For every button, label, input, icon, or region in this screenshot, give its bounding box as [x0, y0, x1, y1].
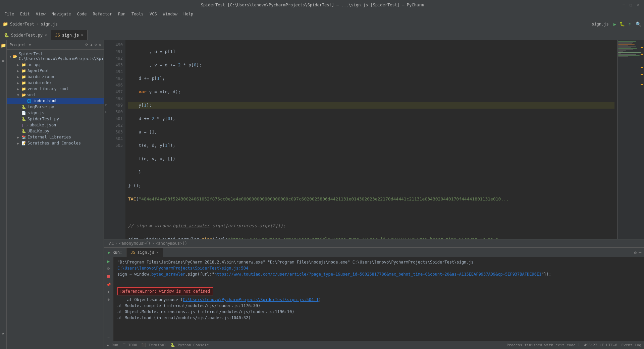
tree-item-external-libs[interactable]: ▶ 📚 External Libraries [7, 134, 104, 140]
code-content[interactable]: , u = p[1] , v = d += 2 * p[0]; d += p[1… [125, 40, 617, 239]
search-everywhere-icon[interactable]: 🔍 [636, 21, 641, 27]
file-index-html-icon: 🌐 [27, 99, 32, 103]
run-bottom-icon[interactable]: ▶ [107, 343, 109, 347]
file-ubaike-json-icon: { } [21, 123, 28, 127]
maximize-button[interactable]: □ [629, 3, 633, 7]
run-output[interactable]: "D:\Program Files\JetBrains\PyCharm 2018… [113, 257, 644, 341]
tree-item-index-html[interactable]: ▶ 🌐 index.html [7, 98, 104, 104]
run-config-label: sign.js [592, 22, 609, 26]
run-tab-bar: ▶ Run: JS sign.js ✕ ⚙ ─ [104, 248, 644, 257]
tree-root[interactable]: ▼ 📂 SpiderTest C:\Users\lenovo\PycharmPr… [7, 51, 104, 62]
run-button[interactable]: ▶ [613, 21, 616, 27]
code-editor[interactable]: ◻ ◻ 490 491 492 493 494 495 496 497 498 … [104, 40, 644, 239]
collapse-icon[interactable]: ▲ [90, 43, 93, 47]
tree-label-ubaike-json: ubaike.json [30, 123, 56, 127]
folder-root-icon: 📂 [13, 54, 17, 59]
tree-item-scratches[interactable]: ▶ 📝 Scratches and Consoles [7, 140, 104, 146]
coverage-button[interactable]: ☂ [628, 21, 631, 26]
nav-toolbar: 📁 SpiderTest › sign.js sign.js ▶ 🐛 ☂ 🔍 [0, 18, 644, 30]
menu-view[interactable]: View [33, 11, 48, 17]
tree-item-ac-qq[interactable]: ▶ 📁 ac_qq [7, 62, 104, 68]
run-trace-4: at Module.load (internal/modules/cjs/loa… [117, 315, 640, 321]
run-url-link[interactable]: https://www.toutiao.com/c/user/article/?… [214, 272, 541, 277]
close-button[interactable]: ✕ [636, 3, 641, 7]
tree-item-spidertest-py[interactable]: 🐍 SpiderTest.py [7, 116, 104, 122]
tree-item-logparse[interactable]: 🐍 LogParse.py [7, 104, 104, 110]
menu-help[interactable]: Help [181, 11, 196, 17]
project-icon[interactable]: 📁 [1, 43, 6, 48]
menu-tools[interactable]: Tools [129, 11, 146, 17]
gutter: ◻ ◻ [104, 40, 109, 239]
run-rerun-icon[interactable]: ⟳ [106, 266, 111, 271]
tree-label-ubaike-py: UBaiKe.py [28, 129, 49, 133]
run-stop-icon[interactable]: ■ [106, 273, 111, 279]
terminal-icon: ⬛ [141, 343, 146, 347]
fold-icon-499[interactable]: ◻ [104, 102, 109, 109]
tree-item-ubaike-json[interactable]: { } ubaike.json [7, 122, 104, 128]
sync-icon[interactable]: ⟳ [85, 43, 88, 47]
menu-refactor[interactable]: Refactor [90, 11, 115, 17]
todo-icon: ☰ [122, 343, 126, 347]
run-scroll-icon[interactable]: ⬇ [106, 289, 111, 295]
menu-file[interactable]: File [2, 11, 17, 17]
tree-arrow-baidu-zixun: ▶ [16, 75, 20, 79]
run-byted-link[interactable]: byted_acrawler [151, 272, 185, 277]
tree-item-baidu-zixun[interactable]: ▶ 📁 baidu_zixun [7, 74, 104, 80]
python-console-label[interactable]: Python Console [178, 343, 209, 347]
run-trace-2: at Module._compile (internal/modules/cjs… [117, 303, 640, 309]
run-play-icon[interactable]: ▶ [106, 258, 111, 264]
run-cmd-text: "D:\Program Files\JetBrains\PyCharm 2018… [117, 260, 474, 265]
run-tab-close[interactable]: ✕ [156, 250, 159, 254]
event-log-label[interactable]: Event Log [621, 343, 641, 347]
tree-item-wrd[interactable]: ▼ 📂 wrd [7, 92, 104, 98]
menu-vcs[interactable]: VCS [147, 11, 160, 17]
menu-window[interactable]: Window [160, 11, 180, 17]
tree-item-sign-js[interactable]: 📄 sign.js [7, 110, 104, 116]
tab-spidertest-py[interactable]: 🐍 SpiderTest.py ✕ [0, 30, 51, 40]
tab-spidertest-py-close[interactable]: ✕ [45, 33, 47, 37]
tree-item-baiduindex[interactable]: ▶ 📁 baiduindex [7, 80, 104, 86]
tab-sign-js-close[interactable]: ✕ [81, 33, 84, 37]
close-sidebar-icon[interactable]: ✕ [99, 43, 101, 47]
run-file-link[interactable]: C:\Users\lenovo\PycharmProjects\SpiderTe… [117, 266, 248, 271]
tree-item-agentpool[interactable]: ▶ 📁 AgentPool [7, 68, 104, 74]
editor-scrollbar[interactable] [617, 40, 644, 239]
menu-edit[interactable]: Edit [17, 11, 33, 17]
tab-sign-js[interactable]: JS sign.js ✕ [51, 30, 88, 40]
todo-label[interactable]: TODO [128, 343, 138, 347]
terminal-label[interactable]: Terminal [149, 343, 166, 347]
run-pin-icon[interactable]: 📌 [106, 282, 111, 287]
structure-icon[interactable]: ≡ [2, 58, 5, 63]
tree-item-venv[interactable]: ▶ 📁 venv library root [7, 86, 104, 92]
scroll-marker-1 [641, 47, 643, 48]
run-settings2-icon[interactable]: ⚙ [106, 297, 111, 302]
main-layout: 📁 ≡ ★ Project ▾ ⟳ ▲ ⚙ ✕ ▼ 📂 SpiderTest C… [0, 40, 644, 349]
settings-run-icon[interactable]: ⚙ [634, 250, 637, 255]
bottom-bar-right: Process finished with exit code 1 498:23… [507, 343, 642, 347]
fold-icon-500[interactable]: ◻ [104, 109, 109, 115]
run-bottom-label[interactable]: Run [112, 343, 118, 347]
run-tab-label-run[interactable]: ▶ Run: [104, 248, 126, 257]
code-line-492: d += p[1]; [128, 75, 614, 82]
tree-label-logparse: LogParse.py [28, 105, 54, 109]
menu-navigate[interactable]: Navigate [49, 11, 74, 17]
menu-run[interactable]: Run [115, 11, 128, 17]
run-panel: ▶ Run: JS sign.js ✕ ⚙ ─ ▶ ⟳ [104, 247, 644, 341]
folder-ac-qq-icon: 📁 [21, 63, 26, 67]
title-text: SpiderTest [C:\Users\lenovo\PycharmProje… [3, 3, 621, 7]
debug-button[interactable]: 🐛 [620, 21, 625, 26]
run-trace-1: at Object.<anonymous> (C:\Users\lenovo\P… [117, 297, 640, 303]
menu-code[interactable]: Code [74, 11, 90, 17]
minimize-button[interactable]: ─ [621, 3, 626, 7]
favorites-icon[interactable]: ★ [2, 331, 5, 336]
settings-icon[interactable]: ⚙ [95, 43, 97, 47]
run-tab-sign-js[interactable]: JS sign.js ✕ [126, 248, 163, 257]
run-more-icon[interactable]: … [106, 334, 111, 340]
tree-arrow-wrd: ▼ [16, 93, 20, 97]
minimize-run-icon[interactable]: ─ [639, 250, 641, 255]
tree-label-baidu-zixun: baidu_zixun [28, 74, 54, 79]
code-line-491: , v = d += 2 * p[0]; [128, 62, 614, 68]
code-line-502 [128, 209, 614, 216]
tree-item-ubaike-py[interactable]: 🐍 UBaiKe.py [7, 128, 104, 134]
run-trace-link-1[interactable]: C:\Users\lenovo\PycharmProjects\SpiderTe… [183, 297, 319, 302]
